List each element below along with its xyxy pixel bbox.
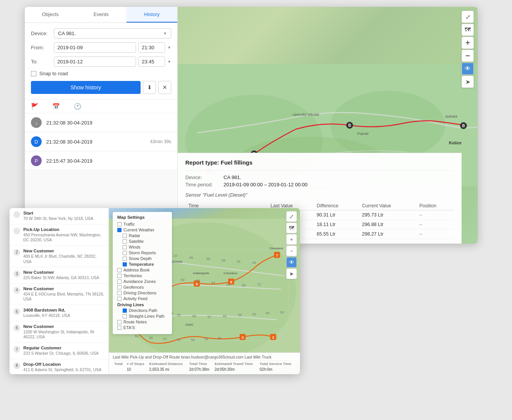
snow-checkbox[interactable]	[123, 257, 127, 261]
ms-avoidance[interactable]: Avoidance Zones	[117, 279, 167, 284]
ms-dir-path[interactable]: Directions Path	[117, 308, 167, 313]
address-checkbox[interactable]	[117, 268, 122, 272]
list-item[interactable]: P 22:15:47 30-04-2019	[25, 152, 177, 170]
from-arrow[interactable]: ▼	[167, 45, 171, 50]
list-item[interactable]: Start 70 W 34th St, New York, Ny 1018, U…	[10, 208, 109, 225]
from-time[interactable]: 21:30	[138, 42, 165, 53]
to-date[interactable]: 2019-01-12	[54, 57, 136, 67]
activity-checkbox[interactable]	[117, 297, 122, 301]
route-layers-button[interactable]: 🗺	[286, 223, 297, 233]
clock-icon[interactable]: 🕐	[74, 103, 81, 110]
route-map-controls: ⤢ 🗺 + − 👁 ➤	[286, 211, 297, 279]
weather-checkbox[interactable]	[117, 228, 122, 232]
geofences-checkbox[interactable]	[117, 285, 122, 289]
cell-pos-1[interactable]: –	[416, 220, 454, 229]
ms-driving-dir[interactable]: Driving Directions	[117, 291, 167, 295]
ms-radar[interactable]: Radar	[117, 233, 167, 238]
from-date[interactable]: 2019-01-09	[54, 42, 136, 53]
territories-checkbox[interactable]	[117, 274, 122, 278]
svg-text:64: 64	[211, 281, 215, 284]
ms-winds[interactable]: Winds	[117, 245, 167, 249]
list-item[interactable]: Pick-Up Location 450 Pennsylvania Avenue…	[10, 225, 109, 246]
list-item[interactable]: 8 Drop-Off Location 411 E Adams St, Spri…	[10, 359, 109, 374]
zoom-in-button[interactable]: +	[462, 37, 474, 49]
to-arrow[interactable]: ▼	[167, 60, 171, 64]
show-history-button[interactable]: Show history	[31, 81, 141, 94]
layers-button[interactable]: 🗺	[462, 24, 474, 36]
ms-address[interactable]: Address Book	[117, 268, 167, 272]
close-button[interactable]: ✕	[158, 81, 171, 94]
list-item[interactable]: 7 Regular Customer 233 S Wacker Dr, Chic…	[10, 343, 109, 359]
driving-dir-checkbox[interactable]	[117, 291, 122, 295]
fullscreen-button[interactable]: ⤢	[462, 11, 474, 23]
tab-events[interactable]: Events	[76, 7, 126, 23]
snap-checkbox[interactable]	[31, 71, 36, 76]
svg-point-8	[346, 122, 353, 129]
direction-button[interactable]: ➤	[462, 76, 474, 88]
route-zoom-out-button[interactable]: −	[286, 246, 297, 256]
tab-objects[interactable]: Objects	[25, 7, 76, 23]
svg-text:63: 63	[196, 279, 200, 283]
tab-history[interactable]: History	[126, 7, 177, 23]
ms-geofences[interactable]: Geofences	[117, 285, 167, 289]
list-item[interactable]: 2 New Customer 400 E MLK Jr Blvd, Charlo…	[10, 246, 109, 267]
history-item-icon-0: ↓	[31, 117, 42, 128]
footer-col-total: Total	[113, 361, 125, 367]
ms-straight-path[interactable]: Straight-Lines Path	[117, 314, 167, 318]
list-item[interactable]: 3 New Customer 225 Baker St NW, Atlanta,…	[10, 267, 109, 284]
ms-storm[interactable]: Storm Reports	[117, 250, 167, 255]
satellite-checkbox[interactable]	[123, 239, 127, 244]
flag-icon[interactable]: 🚩	[31, 103, 39, 110]
ms-route-notes[interactable]: Route Notes	[117, 320, 167, 324]
device-row: Device: CA 981. ▼	[31, 28, 171, 39]
download-button[interactable]: ⬇	[143, 81, 156, 94]
route-notes-checkbox[interactable]	[117, 320, 122, 324]
cell-pos-0[interactable]: –	[416, 210, 454, 220]
svg-text:B: B	[462, 124, 465, 128]
traffic-checkbox[interactable]	[117, 222, 122, 226]
follow-button[interactable]: 👁	[462, 63, 474, 75]
avoidance-checkbox[interactable]	[117, 279, 122, 284]
to-time[interactable]: 23:45	[138, 57, 165, 67]
temp-checkbox[interactable]	[123, 262, 127, 267]
cell-pos-2[interactable]: –	[416, 229, 454, 239]
ms-territories[interactable]: Territories	[117, 273, 167, 278]
ms-satellite[interactable]: Satellite	[117, 239, 167, 244]
route-name-3: New Customer	[23, 270, 99, 275]
list-item[interactable]: 5 3408 Bardstown Rd, Louisville, KY 4021…	[10, 305, 109, 321]
route-num-8: 8	[13, 362, 20, 369]
ms-current-weather[interactable]: Current Weather	[117, 228, 167, 232]
from-label: From:	[31, 45, 54, 50]
dir-path-checkbox[interactable]	[123, 309, 127, 313]
ms-snow[interactable]: Snow Depth	[117, 256, 167, 261]
ms-activity[interactable]: Activity Feed	[117, 296, 167, 301]
device-select[interactable]: CA 981. ▼	[54, 28, 171, 39]
history-item-time-1: 21:32:08 30-04-2019	[46, 139, 92, 145]
route-fullscreen-button[interactable]: ⤢	[286, 211, 297, 222]
radar-checkbox[interactable]	[123, 234, 127, 238]
calendar-icon[interactable]: 📅	[52, 103, 60, 110]
svg-text:59: 59	[266, 311, 269, 315]
list-item[interactable]: 4 New Customer 434 E E.H3Crump Blvd, Mem…	[10, 284, 109, 305]
route-zoom-in-button[interactable]: +	[286, 234, 297, 245]
ms-temp[interactable]: Temperature	[117, 262, 167, 267]
report-device-row: Device: CA 981.	[185, 174, 454, 180]
list-item[interactable]: D 21:32:08 30-04-2019 43min 39s	[25, 132, 177, 151]
straight-path-checkbox[interactable]	[123, 314, 127, 318]
etas-checkbox[interactable]	[117, 326, 122, 330]
storm-checkbox[interactable]	[123, 251, 127, 255]
dir-path-label: Directions Path	[129, 308, 157, 313]
svg-text:6: 6	[196, 282, 198, 286]
ms-etas[interactable]: ETA'S	[117, 325, 167, 330]
route-map[interactable]: 7 8 6 4 2 3 Indianapolis Columbus Clevel…	[109, 208, 300, 374]
list-item[interactable]: ↓ 21:32:08 30-04-2019	[25, 113, 177, 132]
route-follow-button[interactable]: 👁	[286, 257, 297, 268]
route-direction-button[interactable]: ➤	[286, 268, 297, 279]
ms-traffic[interactable]: Traffic	[117, 222, 167, 226]
traffic-label: Traffic	[123, 222, 135, 226]
history-item-time-0: 21:32:08 30-04-2019	[46, 120, 92, 126]
winds-checkbox[interactable]	[123, 245, 127, 249]
route-name-4: New Customer	[23, 286, 105, 291]
list-item[interactable]: 6 New Customer 1200 W Washington St, Ind…	[10, 321, 109, 343]
zoom-out-button[interactable]: −	[462, 50, 474, 62]
